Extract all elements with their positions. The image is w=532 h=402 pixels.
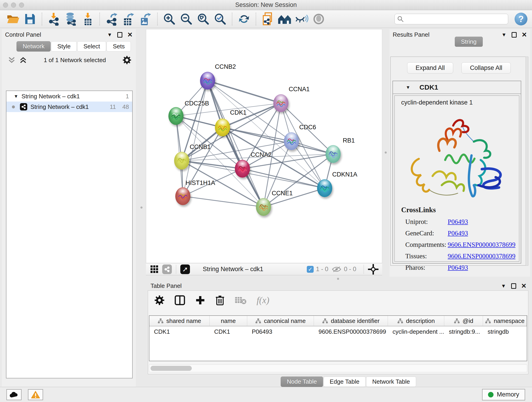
birdseye-view-icon[interactable]: ➚ [180, 264, 190, 274]
expand-all-icon[interactable] [19, 56, 27, 64]
panel-divider-handle[interactable] [385, 152, 387, 153]
node-HIST1H1A[interactable] [175, 187, 190, 205]
inactive-eye-button[interactable] [312, 12, 326, 26]
panel-float-icon[interactable] [117, 32, 122, 38]
delete-table-icon[interactable] [234, 296, 247, 305]
table-row[interactable]: CDK1CDK1P064939606.ENSP00000378699cyclin… [149, 326, 527, 337]
selected-checkbox[interactable]: ✓ [307, 266, 314, 273]
expand-all-button[interactable]: Expand All [407, 62, 453, 74]
zoom-in-button[interactable] [162, 12, 177, 26]
fit-content-icon[interactable] [368, 264, 379, 274]
delete-column-icon[interactable] [215, 295, 225, 306]
collapse-all-button[interactable]: Collapse All [462, 62, 511, 74]
panel-float-icon[interactable] [512, 32, 517, 38]
column-header-shared-name[interactable]: shared name [149, 316, 210, 326]
node-CDKN1A[interactable] [317, 179, 332, 197]
warnings-button[interactable] [28, 389, 43, 400]
panel-collapse-icon[interactable]: ▼ [107, 32, 112, 38]
panel-close-icon[interactable]: ✕ [522, 31, 527, 38]
column-header-description[interactable]: description [388, 316, 444, 326]
table-horizontal-scrollbar[interactable] [149, 364, 527, 372]
panel-collapse-icon[interactable]: ▼ [501, 283, 506, 289]
column-header-name[interactable]: name [210, 316, 247, 326]
panel-close-icon[interactable]: ✕ [521, 282, 526, 290]
node-CCNA1[interactable] [273, 94, 288, 112]
tab-network[interactable]: Network [17, 41, 51, 51]
edge-CCNA2-CDKN1A[interactable] [242, 169, 325, 188]
column-header--id[interactable]: @id [444, 316, 483, 326]
open-session-button[interactable] [6, 12, 20, 26]
table-cell[interactable]: P06493 [247, 326, 314, 337]
tab-node-table[interactable]: Node Table [281, 376, 323, 387]
table-cell[interactable]: 9606.ENSP00000378699 [314, 326, 388, 337]
export-image-button[interactable] [138, 12, 152, 26]
tab-network-table[interactable]: Network Table [366, 376, 416, 387]
save-session-button[interactable] [23, 12, 37, 26]
edge-CCNB2-CCNA1[interactable] [208, 81, 281, 103]
node-CCNE1[interactable] [256, 198, 271, 216]
help-button[interactable]: ? [515, 13, 527, 26]
crosslink-link[interactable]: P06493 [448, 230, 468, 237]
tab-edge-table[interactable]: Edge Table [323, 376, 366, 387]
column-header-canonical-name[interactable]: canonical name [247, 316, 314, 326]
export-network-button[interactable] [104, 12, 119, 26]
import-table-button[interactable] [81, 12, 95, 26]
copy-network-button[interactable] [261, 12, 275, 26]
column-header-namespace[interactable]: namespace [483, 316, 527, 326]
panel-close-icon[interactable]: ✕ [127, 31, 133, 38]
table-cell[interactable]: cyclin-dependent ... [388, 326, 444, 337]
node-CDK1[interactable] [215, 119, 230, 136]
network-row-selected[interactable]: String Network – cdk1 11 48 [6, 102, 132, 112]
network-collection-row[interactable]: ▼ String Network – cdk1 1 [6, 91, 132, 102]
table-cell[interactable]: CDK1 [149, 326, 210, 337]
crosslink-link[interactable]: P06493 [448, 264, 468, 271]
section-expand-icon[interactable]: ▼ [406, 85, 410, 90]
zoom-out-button[interactable] [179, 12, 193, 26]
grid-view-icon[interactable] [151, 265, 158, 273]
crosslink-link[interactable]: 9606.ENSP00000378699 [448, 241, 515, 249]
panel-collapse-icon[interactable]: ▼ [501, 32, 507, 38]
export-table-button[interactable] [121, 12, 136, 26]
collapse-all-icon[interactable] [8, 56, 16, 64]
gene-section-header[interactable]: ▼ CDK1 [393, 81, 521, 94]
hide-panel-button[interactable] [295, 12, 309, 26]
table-cell[interactable]: CDK1 [210, 326, 247, 337]
function-builder-icon[interactable]: f(x) [257, 295, 269, 306]
search-input[interactable] [404, 15, 506, 23]
home-view-button[interactable] [278, 12, 292, 26]
network-options-gear-icon[interactable] [123, 56, 131, 64]
node-CDC6[interactable] [284, 132, 299, 150]
node-RB1[interactable] [326, 145, 341, 163]
node-CCNA2[interactable] [235, 160, 250, 178]
import-network-file-button[interactable] [47, 12, 61, 26]
tab-string[interactable]: String [455, 37, 483, 47]
apply-layout-button[interactable] [237, 12, 251, 26]
tab-sets[interactable]: Sets [107, 41, 131, 51]
tree-expand-icon[interactable]: ▼ [14, 94, 18, 99]
panel-divider-handle[interactable] [140, 206, 143, 209]
import-network-database-button[interactable] [64, 12, 78, 26]
network-canvas[interactable]: CCNB2CCNA1CDC25BCDK1CDC6RB1CCNB1CCNA2CDK… [146, 29, 382, 263]
column-header-database-identifier[interactable]: database identifier [314, 316, 388, 326]
node-CCNB1[interactable] [174, 152, 189, 170]
tab-style[interactable]: Style [51, 41, 77, 51]
table-cell[interactable]: stringdb:9... [444, 326, 483, 337]
node-CDC25B[interactable] [168, 107, 184, 125]
table-cell[interactable]: stringdb [483, 326, 527, 337]
crosslink-link[interactable]: P06493 [448, 218, 468, 225]
table-gear-icon[interactable] [154, 295, 165, 305]
zoom-fit-button[interactable] [196, 12, 210, 26]
crosslink-link[interactable]: 9606.ENSP00000378699 [448, 252, 515, 260]
zoom-selected-button[interactable] [213, 12, 227, 26]
results-scrollbar[interactable] [526, 57, 528, 266]
tab-select[interactable]: Select [77, 41, 106, 51]
cloud-status-button[interactable] [6, 389, 22, 400]
hidden-eye-icon[interactable] [331, 265, 342, 273]
edge-CCNB2-CCNE1[interactable] [208, 81, 264, 207]
panel-divider-handle[interactable] [337, 278, 339, 280]
panel-float-icon[interactable] [511, 283, 516, 289]
node-CCNB2[interactable] [200, 72, 215, 89]
add-column-icon[interactable] [195, 295, 205, 305]
string-view-icon[interactable] [162, 264, 172, 274]
show-columns-icon[interactable] [175, 295, 185, 305]
